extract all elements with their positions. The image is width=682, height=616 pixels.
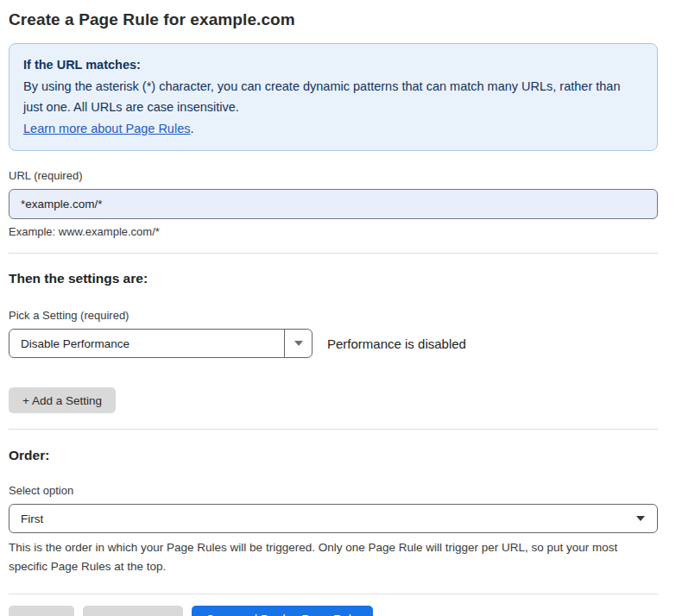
info-banner-heading: If the URL matches: xyxy=(23,54,643,76)
order-dropdown-value: First xyxy=(21,512,43,525)
select-option-label: Select option xyxy=(9,484,658,497)
create-page-rule-form: Create a Page Rule for example.com If th… xyxy=(9,0,658,616)
setting-dropdown[interactable]: Disable Performance xyxy=(9,329,313,358)
order-dropdown[interactable]: First xyxy=(9,504,658,533)
cancel-button[interactable]: Cancel xyxy=(9,606,74,616)
divider xyxy=(9,594,658,594)
footer-action-bar: Cancel Save as Draft Save and Deploy Pag… xyxy=(9,606,658,616)
order-section-heading: Order: xyxy=(9,448,658,463)
setting-status-text: Performance is disabled xyxy=(327,336,466,351)
url-example-helper: Example: www.example.com/* xyxy=(9,225,658,238)
setting-row: Disable Performance Performance is disab… xyxy=(9,329,658,358)
info-banner-body: By using the asterisk (*) character, you… xyxy=(23,76,643,118)
settings-section-heading: Then the settings are: xyxy=(9,271,658,286)
settings-section: Then the settings are: Pick a Setting (r… xyxy=(9,254,658,413)
add-setting-button[interactable]: + Add a Setting xyxy=(9,387,116,413)
chevron-down-icon xyxy=(636,516,645,521)
link-period: . xyxy=(190,122,193,135)
setting-dropdown-value: Disable Performance xyxy=(9,330,284,357)
url-matches-info-banner: If the URL matches: By using the asteris… xyxy=(9,43,658,151)
save-as-draft-button[interactable]: Save as Draft xyxy=(83,606,183,616)
order-helper-text: This is the order in which your Page Rul… xyxy=(9,538,658,576)
url-input[interactable] xyxy=(9,189,658,219)
url-field-label: URL (required) xyxy=(9,169,658,182)
learn-more-link[interactable]: Learn more about Page Rules xyxy=(23,122,190,135)
page-title: Create a Page Rule for example.com xyxy=(9,10,658,29)
pick-setting-label: Pick a Setting (required) xyxy=(9,309,658,322)
order-section: Order: Select option First This is the o… xyxy=(9,430,658,576)
setting-dropdown-arrow-button[interactable] xyxy=(284,330,312,357)
save-and-deploy-button[interactable]: Save and Deploy Page Rule xyxy=(192,606,373,616)
info-banner-link-line: Learn more about Page Rules. xyxy=(23,118,643,140)
chevron-down-icon xyxy=(294,341,303,346)
